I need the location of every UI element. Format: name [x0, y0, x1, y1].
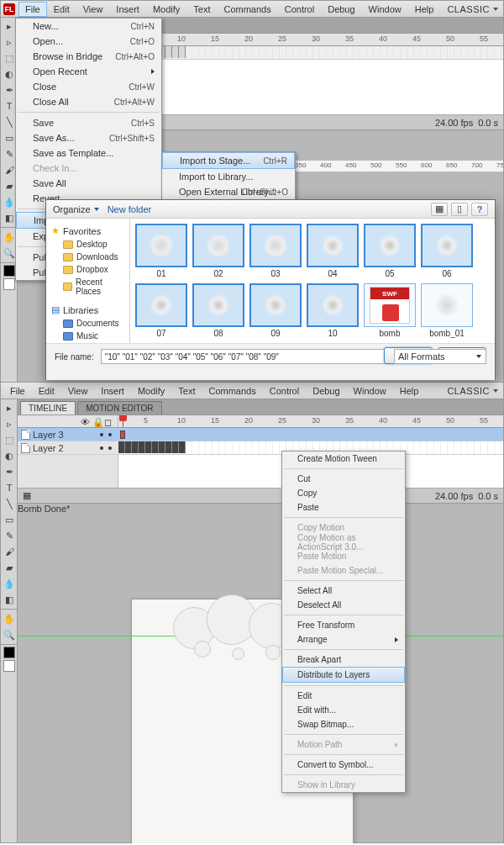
- view-mode-button[interactable]: ▦: [431, 203, 448, 216]
- menu-insert[interactable]: Insert: [94, 383, 131, 399]
- file-thumbnail[interactable]: 08: [192, 283, 244, 338]
- layer-row-3[interactable]: Layer 3: [18, 428, 503, 441]
- menu-item[interactable]: Save All: [16, 176, 161, 191]
- line-tool-icon[interactable]: ╲: [2, 496, 17, 511]
- zoom-tool-icon[interactable]: 🔍: [2, 627, 17, 642]
- menu-item[interactable]: Open...Ctrl+O: [16, 34, 161, 49]
- tab-motion-editor[interactable]: MOTION EDITOR: [77, 401, 161, 415]
- brush-tool-icon[interactable]: 🖌: [2, 544, 17, 559]
- outline-icon[interactable]: ◻: [104, 417, 113, 425]
- tree-item[interactable]: Music: [48, 330, 128, 342]
- menu-debug[interactable]: Debug: [306, 383, 346, 399]
- menu-window[interactable]: Window: [362, 2, 408, 17]
- tree-item[interactable]: Downloads: [48, 251, 128, 263]
- free-transform-icon[interactable]: ⬚: [2, 432, 17, 447]
- menu-commands[interactable]: Commands: [202, 383, 262, 399]
- bucket-tool-icon[interactable]: ▰: [2, 560, 17, 575]
- view-split-button[interactable]: ▯: [451, 203, 468, 216]
- context-menu-item[interactable]: Swap Bitmap...: [282, 717, 405, 731]
- rect-tool-icon[interactable]: ▭: [2, 512, 17, 527]
- file-thumbnail[interactable]: 05: [364, 224, 416, 278]
- tree-item[interactable]: Dropbox: [48, 263, 128, 276]
- eraser-tool-icon[interactable]: ◧: [2, 592, 17, 607]
- tree-item[interactable]: Recent Places: [48, 276, 128, 298]
- file-thumbnail[interactable]: 02: [192, 224, 244, 278]
- context-menu-item[interactable]: Select All: [282, 584, 405, 598]
- stroke-swatch[interactable]: [3, 647, 15, 658]
- selection-tool-icon[interactable]: ▸: [2, 400, 17, 415]
- menu-item[interactable]: SaveCtrl+S: [16, 115, 161, 130]
- menu-modify[interactable]: Modify: [131, 383, 171, 399]
- new-folder-button[interactable]: New folder: [108, 204, 152, 214]
- context-menu-item[interactable]: Deselect All: [282, 598, 405, 612]
- menu-insert[interactable]: Insert: [109, 2, 146, 17]
- menu-edit[interactable]: Edit: [47, 2, 76, 17]
- context-menu-item[interactable]: Convert to Symbol...: [282, 758, 405, 772]
- file-thumbnail[interactable]: 06: [421, 224, 473, 278]
- menu-text[interactable]: Text: [186, 2, 217, 17]
- file-thumbnail[interactable]: SWFbomb: [364, 283, 416, 338]
- menu-item[interactable]: Close AllCtrl+Alt+W: [16, 94, 161, 109]
- workspace-switcher[interactable]: CLASSIC: [447, 4, 498, 14]
- layer-row-2[interactable]: Layer 2: [18, 441, 503, 455]
- submenu-item[interactable]: Import to Library...: [162, 169, 295, 184]
- lasso-tool-icon[interactable]: ◐: [2, 448, 17, 463]
- menu-debug[interactable]: Debug: [321, 2, 361, 17]
- menu-edit[interactable]: Edit: [32, 383, 61, 399]
- frame-ruler[interactable]: 5101520253035404550556065707580859095100: [118, 34, 503, 45]
- menu-modify[interactable]: Modify: [146, 2, 186, 17]
- workspace-switcher[interactable]: CLASSIC: [447, 386, 498, 396]
- file-thumbnail[interactable]: 04: [307, 224, 359, 278]
- context-menu-item[interactable]: Cut: [282, 472, 405, 486]
- context-menu-item[interactable]: Distribute to Layers: [282, 667, 405, 683]
- context-menu-item[interactable]: Edit with...: [282, 703, 405, 717]
- menu-item[interactable]: Check In...: [16, 161, 161, 176]
- pen-tool-icon[interactable]: ✒: [2, 464, 17, 479]
- menu-file[interactable]: File: [18, 2, 47, 17]
- menu-text[interactable]: Text: [171, 383, 202, 399]
- file-grid[interactable]: 01020304050607080910SWFbombbomb_01: [130, 219, 495, 343]
- tree-item[interactable]: Pictures: [48, 342, 128, 343]
- nav-tree[interactable]: ★Favorites DesktopDownloadsDropboxRecent…: [46, 219, 130, 343]
- playhead[interactable]: [123, 415, 123, 427]
- favorites-header[interactable]: ★Favorites: [48, 224, 128, 238]
- menu-commands[interactable]: Commands: [217, 2, 277, 17]
- tab-timeline[interactable]: TIMELINE: [20, 401, 76, 415]
- eyedropper-tool-icon[interactable]: 💧: [2, 576, 17, 591]
- file-thumbnail[interactable]: 10: [307, 283, 359, 338]
- menu-control[interactable]: Control: [263, 383, 306, 399]
- libraries-header[interactable]: ▤Libraries: [48, 303, 128, 317]
- context-menu-item[interactable]: Paste: [282, 500, 405, 515]
- context-menu-item[interactable]: Edit: [282, 689, 405, 703]
- menu-view[interactable]: View: [76, 2, 110, 17]
- submenu-item[interactable]: Import to Stage...Ctrl+R: [162, 152, 295, 169]
- file-thumbnail[interactable]: 03: [249, 224, 302, 278]
- menu-item[interactable]: Save As...Ctrl+Shift+S: [16, 130, 161, 145]
- file-thumbnail[interactable]: 09: [249, 283, 302, 338]
- context-menu-item[interactable]: Arrange: [282, 632, 405, 647]
- hand-tool-icon[interactable]: ✋: [2, 611, 17, 626]
- menu-help[interactable]: Help: [408, 2, 441, 17]
- menu-item[interactable]: Browse in BridgeCtrl+Alt+O: [16, 49, 161, 64]
- file-thumbnail[interactable]: 07: [135, 283, 187, 338]
- pencil-tool-icon[interactable]: ✎: [2, 528, 17, 543]
- stroke-swatch[interactable]: [3, 265, 15, 277]
- stage-area[interactable]: [18, 513, 503, 842]
- lock-icon[interactable]: 🔒: [92, 417, 101, 425]
- subselect-tool-icon[interactable]: ▹: [2, 416, 17, 431]
- menu-window[interactable]: Window: [347, 383, 393, 399]
- menu-file[interactable]: File: [3, 383, 32, 399]
- fill-swatch[interactable]: [3, 278, 15, 290]
- menu-control[interactable]: Control: [278, 2, 321, 17]
- text-tool-icon[interactable]: T: [2, 480, 17, 495]
- help-button[interactable]: ?: [471, 203, 488, 216]
- filename-input[interactable]: [101, 349, 387, 364]
- context-menu-item[interactable]: Free Transform: [282, 618, 405, 632]
- fill-swatch[interactable]: [3, 660, 15, 672]
- context-menu-item[interactable]: Break Apart: [282, 652, 405, 667]
- tree-item[interactable]: Documents: [48, 317, 128, 330]
- menu-item[interactable]: New...Ctrl+N: [16, 18, 161, 34]
- menu-item[interactable]: Save as Template...: [16, 145, 161, 161]
- file-type-select[interactable]: All Formats: [394, 349, 486, 364]
- menu-item[interactable]: CloseCtrl+W: [16, 79, 161, 94]
